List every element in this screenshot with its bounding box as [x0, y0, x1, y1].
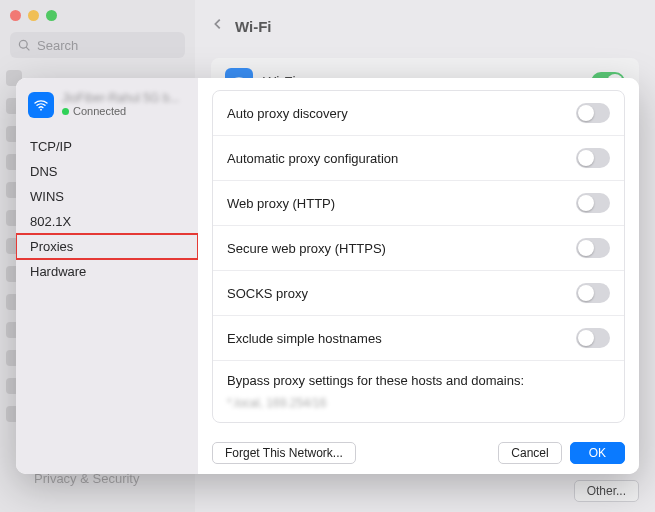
row-web-proxy: Web proxy (HTTP)	[213, 181, 624, 226]
row-socks-proxy: SOCKS proxy	[213, 271, 624, 316]
bypass-value: *.local, 169.254/16	[227, 396, 326, 410]
tab-8021x[interactable]: 802.1X	[16, 209, 198, 234]
svg-point-1	[40, 109, 42, 111]
toggle-auto-proxy-config[interactable]	[576, 148, 610, 168]
network-status: Connected	[62, 104, 179, 118]
network-status-label: Connected	[73, 104, 126, 118]
row-label: Auto proxy discovery	[227, 106, 348, 121]
row-auto-proxy-config: Automatic proxy configuration	[213, 136, 624, 181]
modal-sidebar: JioFiber-Rahul 5G b... Connected TCP/IP …	[16, 78, 198, 474]
network-settings-modal: JioFiber-Rahul 5G b... Connected TCP/IP …	[16, 78, 639, 474]
row-label: Automatic proxy configuration	[227, 151, 398, 166]
row-label: Web proxy (HTTP)	[227, 196, 335, 211]
modal-footer: Forget This Network... Cancel OK	[212, 430, 625, 464]
cancel-button[interactable]: Cancel	[498, 442, 561, 464]
toggle-web-proxy[interactable]	[576, 193, 610, 213]
modal-tabs: TCP/IP DNS WINS 802.1X Proxies Hardware	[16, 134, 198, 284]
bypass-label: Bypass proxy settings for these hosts an…	[227, 373, 524, 388]
forget-network-button[interactable]: Forget This Network...	[212, 442, 356, 464]
tab-hardware[interactable]: Hardware	[16, 259, 198, 284]
modal-main: Auto proxy discovery Automatic proxy con…	[198, 78, 639, 474]
proxy-group: Auto proxy discovery Automatic proxy con…	[212, 90, 625, 423]
tab-tcpip[interactable]: TCP/IP	[16, 134, 198, 159]
network-name: JioFiber-Rahul 5G b...	[62, 92, 179, 104]
toggle-socks-proxy[interactable]	[576, 283, 610, 303]
tab-dns[interactable]: DNS	[16, 159, 198, 184]
tab-proxies[interactable]: Proxies	[16, 234, 198, 259]
row-label: Secure web proxy (HTTPS)	[227, 241, 386, 256]
toggle-exclude-hostnames[interactable]	[576, 328, 610, 348]
toggle-secure-web-proxy[interactable]	[576, 238, 610, 258]
toggle-auto-proxy-discovery[interactable]	[576, 103, 610, 123]
row-exclude-hostnames: Exclude simple hostnames	[213, 316, 624, 361]
wifi-icon	[28, 92, 54, 118]
tab-wins[interactable]: WINS	[16, 184, 198, 209]
row-label: Exclude simple hostnames	[227, 331, 382, 346]
ok-button[interactable]: OK	[570, 442, 625, 464]
row-auto-proxy-discovery: Auto proxy discovery	[213, 91, 624, 136]
status-dot-icon	[62, 108, 69, 115]
network-header: JioFiber-Rahul 5G b... Connected	[16, 88, 198, 128]
row-label: SOCKS proxy	[227, 286, 308, 301]
row-secure-web-proxy: Secure web proxy (HTTPS)	[213, 226, 624, 271]
row-bypass: Bypass proxy settings for these hosts an…	[213, 361, 624, 422]
